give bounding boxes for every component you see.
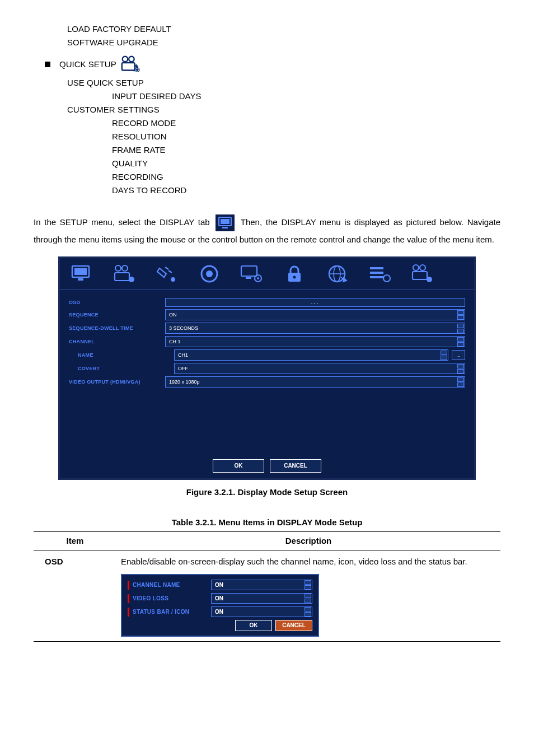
tab-config[interactable] — [367, 263, 392, 285]
osd-popup-button-row: OKCANCEL — [128, 620, 312, 631]
tab-quick-setup[interactable] — [409, 263, 435, 285]
description-table: Item Description OSD Enable/disable on-s… — [34, 531, 500, 642]
display-tab-icon — [216, 214, 235, 231]
svg-point-14 — [129, 277, 134, 282]
tab-bar — [60, 258, 474, 290]
cancel-button[interactable]: CANCEL — [270, 459, 321, 473]
osd-popup-field[interactable]: ON — [211, 580, 312, 590]
td-desc: Enable/disable on-screen-display such th… — [116, 550, 500, 642]
spin-arrows-icon[interactable] — [457, 363, 464, 374]
tab-device[interactable] — [154, 263, 180, 285]
svg-point-11 — [115, 265, 121, 271]
svg-point-23 — [257, 277, 259, 279]
svg-rect-30 — [370, 272, 383, 274]
osd-popup-label: CHANNEL NAME — [128, 581, 211, 590]
table-caption: Table 3.2.1. Menu Items in DISPLAY Mode … — [34, 516, 500, 529]
quick-setup-icon — [120, 55, 141, 74]
svg-point-19 — [206, 270, 213, 277]
tab-display-config[interactable] — [239, 263, 265, 285]
svg-rect-35 — [413, 272, 427, 279]
spin-arrows-icon[interactable] — [457, 337, 464, 347]
tree-item: INPUT DESIRED DAYS — [112, 90, 500, 103]
svg-line-15 — [165, 267, 168, 269]
svg-rect-29 — [370, 267, 383, 269]
display-setup-screenshot: OSD...SEQUENCEONSEQUENCE-DWELL TIME3 SEC… — [58, 256, 476, 480]
form-label: CHANNEL — [69, 338, 165, 346]
form-label: NAME — [69, 351, 174, 359]
form-row: OSD... — [69, 298, 465, 307]
td-item: OSD — [34, 550, 116, 642]
desc-text: Enable/disable on-screen-display such th… — [121, 555, 496, 568]
svg-rect-21 — [246, 277, 251, 279]
osd-popup-label: VIDEO LOSS — [128, 594, 211, 603]
form-field[interactable]: 3 SECONDS — [165, 323, 465, 334]
svg-point-0 — [122, 57, 128, 62]
osd-popup-screenshot: CHANNEL NAMEONVIDEO LOSSONSTATUS BAR / I… — [121, 574, 319, 637]
form-field[interactable]: CH1 — [174, 349, 448, 361]
svg-line-16 — [168, 270, 172, 273]
spin-arrows-icon[interactable] — [305, 580, 311, 590]
form-field[interactable]: CH 1 — [165, 336, 465, 347]
form-label: OSD — [69, 298, 165, 306]
tab-security[interactable] — [282, 263, 307, 285]
intro-paragraph: In the SETUP menu, select the DISPLAY ta… — [34, 214, 500, 248]
quick-setup-label: QUICK SETUP — [59, 58, 116, 71]
form-label: SEQUENCE-DWELL TIME — [69, 324, 165, 332]
para-text-a: In the SETUP menu, select the DISPLAY ta… — [34, 217, 210, 227]
svg-point-36 — [427, 277, 432, 282]
svg-rect-9 — [74, 268, 87, 275]
svg-rect-10 — [78, 278, 83, 281]
form-row: CHANNELCH 1 — [69, 336, 465, 347]
form-field[interactable]: ON — [165, 309, 465, 320]
display-form: OSD...SEQUENCEONSEQUENCE-DWELL TIME3 SEC… — [60, 290, 474, 459]
tree-item: RECORDING — [112, 170, 500, 184]
th-item: Item — [34, 532, 116, 550]
svg-point-34 — [420, 265, 425, 270]
svg-rect-6 — [221, 219, 229, 224]
ellipsis-button[interactable]: ... — [452, 350, 465, 360]
osd-popup-label: STATUS BAR / ICON — [128, 608, 211, 617]
spin-arrows-icon[interactable] — [457, 323, 464, 333]
svg-rect-7 — [222, 227, 228, 228]
spin-arrows-icon[interactable] — [457, 310, 464, 320]
form-field[interactable]: 1920 x 1080p — [165, 376, 465, 388]
spin-arrows-icon[interactable] — [305, 607, 311, 617]
osd-cancel-button[interactable]: CANCEL — [275, 620, 312, 631]
form-row: SEQUENCEON — [69, 309, 465, 320]
spin-arrows-icon[interactable] — [457, 377, 464, 387]
osd-popup-field[interactable]: ON — [211, 606, 312, 617]
osd-popup-field[interactable]: ON — [211, 593, 312, 604]
form-row: COVERTOFF — [69, 363, 465, 374]
tree-item: FRAME RATE — [112, 143, 500, 157]
ok-button[interactable]: OK — [213, 459, 264, 473]
form-label: VIDEO OUTPUT (HDMI/VGA) — [69, 378, 165, 386]
form-label: SEQUENCE — [69, 311, 165, 319]
osd-ok-button[interactable]: OK — [235, 620, 272, 631]
tab-display[interactable] — [69, 263, 95, 285]
form-label: COVERT — [69, 365, 174, 372]
th-desc: Description — [116, 532, 500, 550]
svg-rect-13 — [115, 273, 129, 281]
tab-record[interactable] — [196, 263, 222, 285]
form-row: NAMECH1... — [69, 349, 465, 361]
svg-point-1 — [129, 57, 134, 62]
tree-item: RECORD MODE — [112, 116, 500, 130]
form-row: VIDEO OUTPUT (HDMI/VGA)1920 x 1080p — [69, 376, 465, 388]
spin-arrows-icon[interactable] — [441, 350, 447, 360]
quick-setup-row: QUICK SETUP — [45, 55, 500, 74]
svg-rect-31 — [370, 276, 383, 278]
tab-network[interactable] — [324, 263, 350, 285]
tab-camera[interactable] — [111, 263, 137, 285]
svg-point-32 — [383, 275, 390, 282]
figure-caption: Figure 3.2.1. Display Mode Setup Screen — [34, 486, 500, 499]
tree-item: SOFTWARE UPGRADE — [67, 36, 500, 49]
svg-point-25 — [293, 276, 296, 279]
bullet-icon — [45, 62, 50, 67]
spin-arrows-icon[interactable] — [305, 594, 311, 603]
svg-point-12 — [122, 265, 128, 271]
form-field[interactable]: OFF — [174, 363, 465, 374]
osd-ellipsis-field[interactable]: ... — [165, 298, 465, 307]
tree-item: RESOLUTION — [112, 130, 500, 143]
osd-popup-row: CHANNEL NAMEON — [128, 580, 312, 590]
svg-rect-20 — [241, 266, 257, 276]
